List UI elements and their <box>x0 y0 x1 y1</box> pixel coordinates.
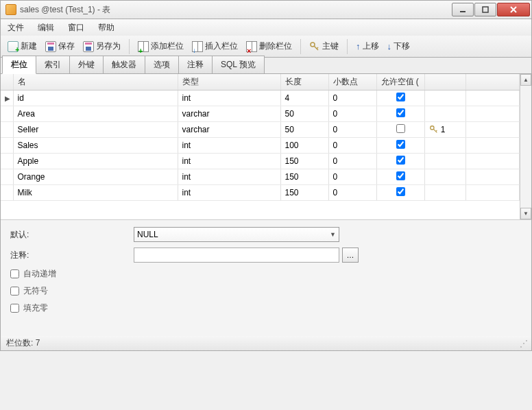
cell-name[interactable]: Sales <box>13 138 178 154</box>
table-row[interactable]: Salesint1000 <box>1 138 520 154</box>
vertical-scrollbar[interactable]: ▲ ▼ <box>520 74 531 219</box>
pkey-button[interactable]: 主键 <box>306 39 341 53</box>
maximize-button[interactable] <box>474 3 496 16</box>
column-header-type[interactable]: 类型 <box>178 74 280 91</box>
cell-length[interactable]: 150 <box>280 185 328 201</box>
table-row[interactable]: ▶idint40 <box>1 91 520 106</box>
menu-window[interactable]: 窗口 <box>68 22 84 34</box>
cell-decimal[interactable]: 0 <box>328 122 376 138</box>
columns-grid[interactable]: 名 类型 长度 小数点 允许空值 ( ▶idint40Areavarchar50… <box>1 74 520 219</box>
table-row[interactable]: Areavarchar500 <box>1 106 520 122</box>
tab-index[interactable]: 索引 <box>36 56 70 73</box>
column-header-marker <box>1 74 13 91</box>
cell-decimal[interactable]: 0 <box>328 185 376 201</box>
comment-more-button[interactable]: … <box>342 248 359 263</box>
tab-fkey[interactable]: 外键 <box>69 56 104 73</box>
tab-options[interactable]: 选项 <box>145 56 179 73</box>
zerofill-checkbox[interactable] <box>10 304 19 313</box>
cell-key[interactable] <box>424 91 466 106</box>
cell-type[interactable]: varchar <box>178 122 280 138</box>
table-row[interactable]: Sellervarchar500 1 <box>1 122 520 138</box>
cell-nullable[interactable] <box>376 138 424 154</box>
cell-length[interactable]: 4 <box>280 91 328 106</box>
cell-key[interactable] <box>424 169 466 185</box>
cell-length[interactable]: 100 <box>280 138 328 154</box>
menu-edit[interactable]: 编辑 <box>38 22 54 34</box>
autoinc-checkbox[interactable] <box>10 269 19 278</box>
tab-sql[interactable]: SQL 预览 <box>212 56 265 73</box>
unsigned-checkbox[interactable] <box>10 287 19 296</box>
cell-type[interactable]: int <box>178 185 280 201</box>
cell-key[interactable] <box>424 185 466 201</box>
menu-file[interactable]: 文件 <box>8 22 24 34</box>
cell-type[interactable]: int <box>178 154 280 169</box>
cell-nullable[interactable] <box>376 185 424 201</box>
svg-line-6 <box>317 47 318 49</box>
nullable-checkbox[interactable] <box>396 140 405 149</box>
cell-type[interactable]: int <box>178 169 280 185</box>
comment-input[interactable] <box>134 248 339 263</box>
cell-name[interactable]: Milk <box>13 185 178 201</box>
cell-nullable[interactable] <box>376 106 424 122</box>
nullable-checkbox[interactable] <box>396 171 405 180</box>
tab-cols[interactable]: 栏位 <box>2 56 36 74</box>
cell-nullable[interactable] <box>376 122 424 138</box>
scroll-up-button[interactable]: ▲ <box>520 74 531 86</box>
cell-name[interactable]: Apple <box>13 154 178 169</box>
movedown-button[interactable]: ↓下移 <box>385 39 413 53</box>
cell-key[interactable] <box>424 138 466 154</box>
column-header-name[interactable]: 名 <box>13 74 178 91</box>
tab-trigger[interactable]: 触发器 <box>103 56 145 73</box>
close-button[interactable] <box>497 3 530 16</box>
nullable-checkbox[interactable] <box>396 93 405 101</box>
table-row[interactable]: Milkint1500 <box>1 185 520 201</box>
table-row[interactable]: Appleint1500 <box>1 154 520 169</box>
column-header-decimal[interactable]: 小数点 <box>328 74 376 91</box>
cell-key[interactable]: 1 <box>424 122 466 138</box>
addcol-button[interactable]: 添加栏位 <box>135 39 186 53</box>
cell-name[interactable]: Orange <box>13 169 178 185</box>
moveup-button[interactable]: ↑上移 <box>353 39 382 53</box>
cell-type[interactable]: int <box>178 138 280 154</box>
cell-name[interactable]: Area <box>13 106 178 122</box>
cell-length[interactable]: 50 <box>280 122 328 138</box>
save-button[interactable]: 保存 <box>43 39 77 53</box>
minimize-button[interactable] <box>452 3 474 16</box>
nullable-checkbox[interactable] <box>396 108 405 117</box>
nullable-checkbox[interactable] <box>396 187 405 196</box>
delcol-button[interactable]: 删除栏位 <box>243 39 295 53</box>
default-select[interactable]: NULL ▼ <box>134 227 339 242</box>
scroll-down-button[interactable]: ▼ <box>520 208 531 219</box>
cell-length[interactable]: 150 <box>280 169 328 185</box>
new-button[interactable]: 新建 <box>5 39 40 53</box>
cell-nullable[interactable] <box>376 91 424 106</box>
cell-nullable[interactable] <box>376 169 424 185</box>
menu-help[interactable]: 帮助 <box>98 22 114 34</box>
cell-length[interactable]: 150 <box>280 154 328 169</box>
cell-decimal[interactable]: 0 <box>328 169 376 185</box>
table-row[interactable]: Orangeint1500 <box>1 169 520 185</box>
cell-name[interactable]: Seller <box>13 122 178 138</box>
cell-type[interactable]: int <box>178 91 280 106</box>
cell-length[interactable]: 50 <box>280 106 328 122</box>
nullable-checkbox[interactable] <box>396 156 405 165</box>
cell-key[interactable] <box>424 106 466 122</box>
cell-name[interactable]: id <box>13 91 178 106</box>
cell-nullable[interactable] <box>376 154 424 169</box>
cell-decimal[interactable]: 0 <box>328 154 376 169</box>
cell-decimal[interactable]: 0 <box>328 106 376 122</box>
toolbar-separator <box>347 39 348 54</box>
inscol-button[interactable]: 插入栏位 <box>189 39 241 53</box>
cell-decimal[interactable]: 0 <box>328 138 376 154</box>
cell-decimal[interactable]: 0 <box>328 91 376 106</box>
cell-key[interactable] <box>424 154 466 169</box>
scroll-track[interactable] <box>520 86 531 208</box>
tab-comment[interactable]: 注释 <box>178 56 213 73</box>
column-header-length[interactable]: 长度 <box>280 74 328 91</box>
column-header-nullable[interactable]: 允许空值 ( <box>376 74 424 91</box>
resize-grip-icon[interactable]: ⋰ <box>520 339 526 348</box>
column-header-spacer <box>466 74 520 91</box>
cell-type[interactable]: varchar <box>178 106 280 122</box>
saveas-button[interactable]: 另存为 <box>80 39 123 53</box>
nullable-checkbox[interactable] <box>396 124 405 133</box>
